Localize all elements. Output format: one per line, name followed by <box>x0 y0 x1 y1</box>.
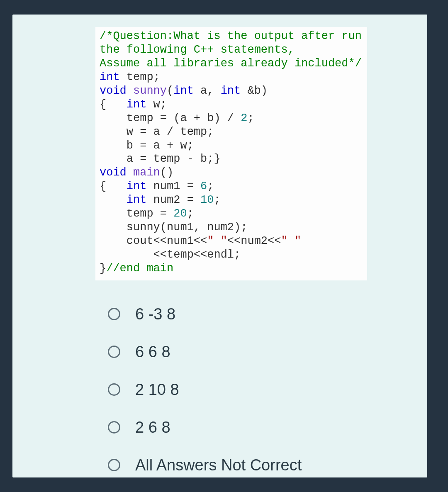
code-text: num1 = <box>146 180 200 192</box>
code-text: temp = (a + b) / <box>100 112 241 124</box>
question-card: /*Question:What is the output after run … <box>12 15 427 477</box>
code-block: /*Question:What is the output after run … <box>95 27 367 280</box>
code-text: w = a / temp; <box>100 126 214 138</box>
options-group: 6 -3 8 6 6 8 2 10 8 2 6 8 All Answers No… <box>95 305 411 474</box>
option-label: All Answers Not Correct <box>135 456 302 474</box>
option-label: 6 6 8 <box>135 343 170 361</box>
code-text <box>100 194 127 206</box>
radio-icon <box>108 346 120 358</box>
code-text: { <box>100 98 127 111</box>
option-5[interactable]: All Answers Not Correct <box>108 456 411 474</box>
code-text: () <box>160 166 173 179</box>
option-3[interactable]: 2 10 8 <box>108 381 411 399</box>
kw-void: void <box>100 166 127 179</box>
code-text: temp; <box>120 71 160 83</box>
option-label: 2 6 8 <box>135 419 170 436</box>
num-literal: 2 <box>241 112 247 124</box>
option-2[interactable]: 6 6 8 <box>108 343 411 361</box>
kw-int: int <box>127 194 147 206</box>
code-text: a = temp - b;} <box>100 153 221 165</box>
radio-icon <box>108 421 120 434</box>
str-literal: " " <box>281 235 301 247</box>
code-text: <<temp<<endl; <box>100 248 241 261</box>
code-text: num2 = <box>146 194 200 206</box>
code-text: b = a + w; <box>100 139 194 152</box>
option-label: 6 -3 8 <box>135 305 175 323</box>
kw-int: int <box>127 180 147 192</box>
code-text: ; <box>207 180 214 192</box>
kw-int: int <box>173 85 194 97</box>
kw-int: int <box>100 71 120 83</box>
option-label: 2 10 8 <box>135 381 179 399</box>
str-literal: " " <box>207 235 227 247</box>
code-text: a, <box>194 85 221 97</box>
num-literal: 10 <box>200 194 214 206</box>
kw-int: int <box>221 85 241 97</box>
code-comment: /*Question:What is the output after run … <box>100 30 362 70</box>
code-text: sunny(num1, num2); <box>100 221 247 234</box>
radio-icon <box>108 383 120 396</box>
kw-int: int <box>127 98 147 111</box>
code-text: { <box>100 180 127 192</box>
option-1[interactable]: 6 -3 8 <box>108 305 411 323</box>
code-text: } <box>100 262 106 275</box>
kw-void: void <box>100 85 127 97</box>
code-text: ( <box>167 85 173 97</box>
fn-name: main <box>127 166 160 179</box>
option-4[interactable]: 2 6 8 <box>108 419 411 436</box>
radio-icon <box>108 459 120 471</box>
fn-name: sunny <box>127 85 167 97</box>
num-literal: 20 <box>173 207 187 220</box>
code-comment: //end main <box>106 262 173 275</box>
num-literal: 6 <box>200 180 207 192</box>
code-text: w; <box>146 98 167 111</box>
code-text: ; <box>187 207 194 220</box>
code-text: ; <box>247 112 254 124</box>
code-text: &b) <box>241 85 268 97</box>
radio-icon <box>108 308 120 320</box>
code-text: cout<<num1<< <box>100 235 207 247</box>
code-text: temp = <box>100 207 173 220</box>
code-text: <<num2<< <box>227 235 281 247</box>
code-text: ; <box>214 194 220 206</box>
